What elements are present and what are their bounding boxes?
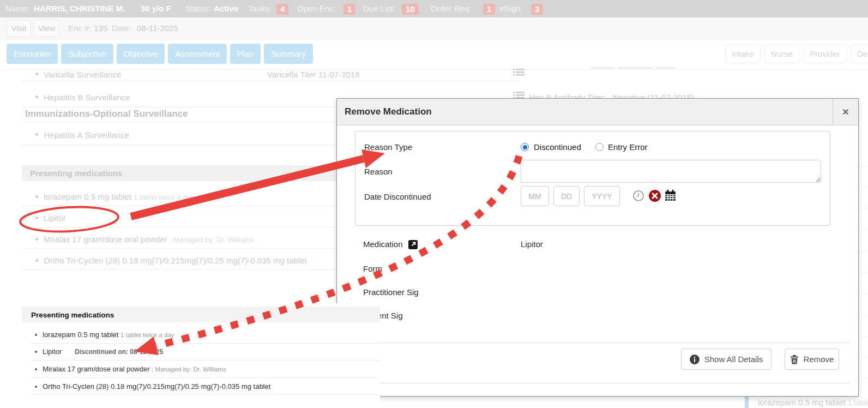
meds-after-panel: Presenting medications lorazepam 0.5 mg …: [22, 303, 380, 408]
info-icon: [690, 355, 700, 364]
radio-entry-error[interactable]: [595, 143, 604, 151]
external-link-icon[interactable]: [408, 240, 418, 249]
date-yyyy-input[interactable]: [584, 186, 620, 206]
form-label: Form: [363, 264, 382, 273]
modal-title: Remove Medication: [345, 106, 432, 117]
reason-input[interactable]: [521, 160, 821, 183]
radio-discontinued-label[interactable]: Discontinued: [534, 142, 581, 152]
radio-discontinued[interactable]: [521, 143, 529, 151]
remove-button[interactable]: Remove: [785, 349, 839, 370]
reason-label: Reason: [364, 167, 393, 176]
trash-icon: [790, 355, 799, 364]
discontinued-badge: Discontinued on: 08-11-2025: [75, 348, 163, 356]
reason-type-label: Reason Type: [364, 142, 412, 152]
med-item[interactable]: lorazepam 0.5 mg tablet 1 tablet twice a…: [43, 331, 174, 339]
med-item-lipitor-discontinued[interactable]: Lipitor Discontinued on: 08-11-2025: [43, 347, 163, 356]
radio-entry-error-label[interactable]: Entry Error: [608, 142, 648, 152]
show-all-details-button[interactable]: Show All Details: [681, 349, 771, 370]
close-icon[interactable]: ✕: [833, 99, 858, 125]
clear-date-icon[interactable]: [649, 190, 661, 202]
clock-icon[interactable]: [632, 190, 644, 202]
date-discontinued-label: Date Discontinued: [364, 192, 431, 201]
medication-label: Medication: [363, 239, 403, 249]
remove-medication-screen: { "colors": { "annotation_red": "#e8413c…: [0, 0, 868, 408]
calendar-icon[interactable]: [664, 189, 677, 202]
med-item[interactable]: Ortho Tri-Cyclen (28) 0.18 mg(7)/0.215mg…: [43, 382, 270, 391]
date-dd-input[interactable]: [553, 186, 580, 206]
date-mm-input[interactable]: [521, 186, 549, 206]
practitioner-sig-label: Practitioner Sig: [363, 287, 419, 297]
med-item[interactable]: Miralax 17 gram/dose oral powder ; Manag…: [43, 365, 226, 373]
meds-after-header: Presenting medications: [22, 307, 380, 322]
remove-medication-modal: Remove Medication ✕ Reason Type Disconti…: [336, 98, 859, 397]
medication-value: Lipitor: [521, 239, 543, 249]
modal-header: Remove Medication ✕: [337, 99, 858, 125]
